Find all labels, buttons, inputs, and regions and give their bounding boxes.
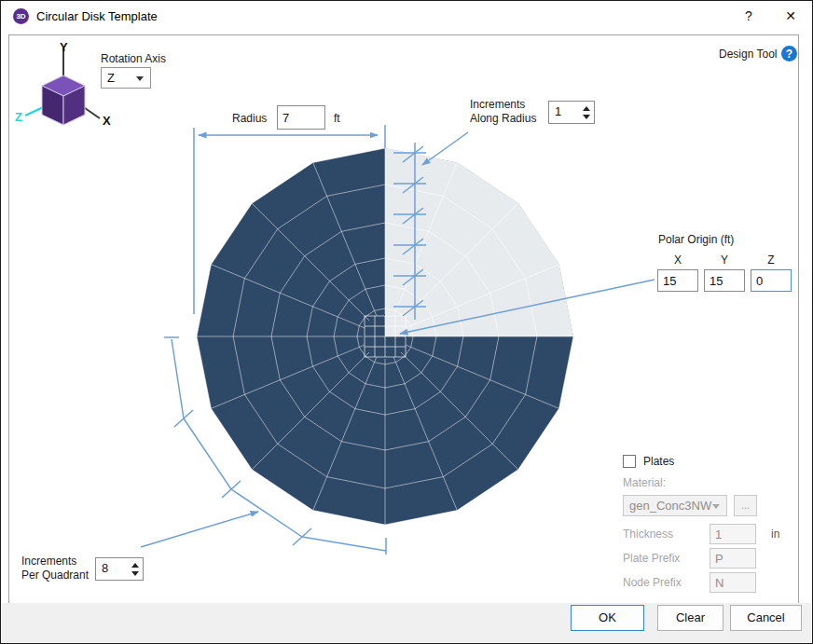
design-tool-help-icon[interactable]: ? bbox=[781, 46, 797, 62]
polar-origin-y-input[interactable] bbox=[704, 269, 745, 292]
thickness-input[interactable] bbox=[710, 524, 756, 544]
material-value: gen_Conc3NW bbox=[629, 499, 711, 513]
stepper-down-icon[interactable] bbox=[583, 115, 590, 119]
increments-along-radius-stepper[interactable]: 1 bbox=[548, 101, 595, 124]
radius-unit-label: ft bbox=[334, 112, 340, 125]
plates-checkbox[interactable] bbox=[623, 455, 636, 468]
material-label: Material: bbox=[623, 476, 666, 489]
plate-prefix-input[interactable] bbox=[710, 548, 756, 569]
material-browse-button[interactable]: ... bbox=[734, 495, 757, 516]
increments-per-quadrant-label: Increments Per Quadrant bbox=[21, 555, 89, 582]
cube-y-label: Y bbox=[60, 40, 68, 54]
design-tool-label: Design Tool bbox=[719, 48, 777, 61]
clear-button[interactable]: Clear bbox=[657, 605, 723, 631]
polar-origin-z-label: Z bbox=[751, 253, 792, 267]
cube-x-label: X bbox=[103, 114, 111, 128]
thickness-label: Thickness bbox=[623, 528, 673, 541]
radius-input[interactable] bbox=[277, 105, 325, 130]
plate-prefix-label: Plate Prefix bbox=[623, 552, 680, 565]
material-dropdown[interactable]: gen_Conc3NW bbox=[623, 495, 727, 516]
increments-along-radius-label: Increments Along Radius bbox=[470, 98, 536, 126]
node-prefix-input[interactable] bbox=[710, 572, 756, 593]
polar-origin-z-input[interactable] bbox=[751, 269, 792, 292]
increments-along-radius-value: 1 bbox=[549, 102, 579, 123]
ok-button[interactable]: OK bbox=[571, 605, 644, 631]
node-prefix-label: Node Prefix bbox=[623, 576, 682, 589]
cube-z-label: Z bbox=[15, 110, 22, 124]
polar-origin-x-input[interactable] bbox=[657, 269, 698, 292]
rotation-axis-value: Z bbox=[107, 71, 115, 85]
app-3d-icon: 3D bbox=[13, 8, 29, 24]
thickness-unit-label: in bbox=[771, 528, 779, 541]
chevron-down-icon bbox=[712, 504, 720, 509]
polar-origin-label: Polar Origin (ft) bbox=[658, 233, 734, 246]
close-icon[interactable]: ✕ bbox=[779, 5, 803, 27]
rotation-axis-label: Rotation Axis bbox=[101, 52, 166, 65]
chevron-down-icon bbox=[136, 76, 144, 81]
stepper-down-icon[interactable] bbox=[131, 571, 139, 576]
stepper-up-icon[interactable] bbox=[583, 106, 590, 111]
polar-origin-x-label: X bbox=[657, 253, 698, 267]
window-help-button[interactable]: ? bbox=[737, 5, 761, 27]
window-title: Circular Disk Template bbox=[36, 9, 158, 23]
plates-checkbox-label: Plates bbox=[643, 455, 674, 468]
radius-label: Radius bbox=[232, 112, 267, 125]
cancel-button[interactable]: Cancel bbox=[730, 605, 802, 631]
increments-per-quadrant-stepper[interactable]: 8 bbox=[95, 557, 144, 581]
circular-disk-template-dialog: 3D Circular Disk Template ? ✕ Y X Z Rota… bbox=[0, 0, 813, 644]
rotation-axis-dropdown[interactable]: Z bbox=[101, 67, 151, 89]
increments-per-quadrant-value: 8 bbox=[96, 558, 128, 580]
title-bar: 3D Circular Disk Template ? ✕ bbox=[1, 1, 812, 31]
footer-bar: OK Clear Cancel bbox=[2, 603, 811, 642]
polar-origin-y-label: Y bbox=[704, 253, 745, 267]
stepper-up-icon[interactable] bbox=[131, 563, 139, 568]
